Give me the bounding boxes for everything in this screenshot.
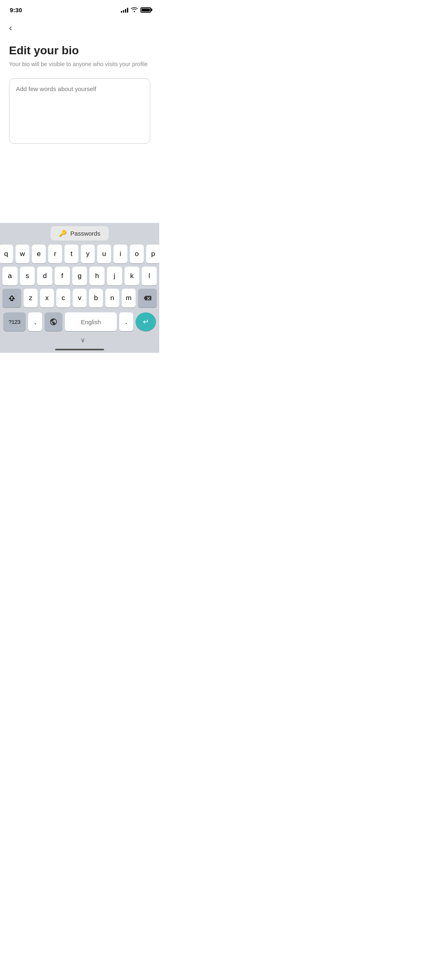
key-i[interactable]: i bbox=[114, 245, 127, 263]
status-time: 9:30 bbox=[10, 7, 22, 13]
bar3 bbox=[125, 9, 126, 13]
enter-key[interactable]: ↵ bbox=[136, 312, 156, 331]
space-key[interactable]: English bbox=[65, 312, 117, 331]
delete-key[interactable] bbox=[138, 289, 157, 307]
bio-input[interactable] bbox=[9, 78, 150, 144]
passwords-bar: 🔑 Passwords bbox=[0, 223, 159, 243]
bar1 bbox=[121, 11, 122, 13]
period-key[interactable]: . bbox=[119, 312, 133, 331]
status-icons bbox=[121, 7, 151, 13]
battery-icon bbox=[140, 7, 151, 13]
key-r[interactable]: r bbox=[48, 245, 62, 263]
key-s[interactable]: s bbox=[20, 267, 35, 285]
key-p[interactable]: p bbox=[146, 245, 159, 263]
key-row-1: q w e r t y u i o p bbox=[2, 245, 157, 263]
globe-key[interactable] bbox=[45, 312, 62, 331]
key-x[interactable]: x bbox=[40, 289, 54, 307]
bio-section bbox=[0, 69, 159, 145]
bar2 bbox=[123, 10, 124, 13]
key-d[interactable]: d bbox=[37, 267, 52, 285]
home-indicator-bar bbox=[0, 345, 159, 353]
key-l[interactable]: l bbox=[142, 267, 157, 285]
bar4 bbox=[127, 8, 128, 13]
wifi-icon bbox=[131, 7, 138, 13]
key-n[interactable]: n bbox=[105, 289, 119, 307]
header-section: Edit your bio Your bio will be visible t… bbox=[0, 37, 159, 69]
home-indicator bbox=[55, 349, 104, 350]
status-bar: 9:30 bbox=[0, 0, 159, 18]
key-t[interactable]: t bbox=[65, 245, 78, 263]
key-w[interactable]: w bbox=[16, 245, 29, 263]
key-row-2: a s d f g h j k l bbox=[2, 267, 157, 285]
page-subtitle: Your bio will be visible to anyone who v… bbox=[9, 60, 150, 69]
key-g[interactable]: g bbox=[72, 267, 87, 285]
signal-bars-icon bbox=[121, 7, 128, 13]
comma-key[interactable]: , bbox=[28, 312, 42, 331]
keyboard: 🔑 Passwords q w e r t y u i o p a s d f … bbox=[0, 223, 159, 353]
keyboard-collapse-button[interactable]: ∨ bbox=[0, 334, 159, 345]
key-y[interactable]: y bbox=[81, 245, 95, 263]
key-c[interactable]: c bbox=[56, 289, 70, 307]
key-f[interactable]: f bbox=[55, 267, 70, 285]
key-o[interactable]: o bbox=[130, 245, 144, 263]
key-a[interactable]: a bbox=[2, 267, 18, 285]
key-b[interactable]: b bbox=[89, 289, 103, 307]
key-m[interactable]: m bbox=[122, 289, 136, 307]
key-z[interactable]: z bbox=[24, 289, 38, 307]
keyboard-bottom-row: ?123 , English . ↵ bbox=[0, 311, 159, 334]
key-icon: 🔑 bbox=[59, 229, 67, 237]
chevron-down-icon: ∨ bbox=[80, 336, 85, 343]
keyboard-rows: q w e r t y u i o p a s d f g h j k l bbox=[0, 243, 159, 307]
key-k[interactable]: k bbox=[125, 267, 140, 285]
key-e[interactable]: e bbox=[32, 245, 46, 263]
key-row-3: z x c v b n m bbox=[2, 289, 157, 307]
passwords-label: Passwords bbox=[70, 230, 100, 237]
key-q[interactable]: q bbox=[0, 245, 13, 263]
shift-key[interactable] bbox=[2, 289, 21, 307]
battery-fill bbox=[142, 9, 150, 11]
passwords-button[interactable]: 🔑 Passwords bbox=[51, 226, 108, 241]
back-button[interactable]: ‹ bbox=[0, 18, 20, 37]
num-special-key[interactable]: ?123 bbox=[3, 312, 26, 331]
key-v[interactable]: v bbox=[73, 289, 87, 307]
page-title: Edit your bio bbox=[9, 44, 150, 57]
key-u[interactable]: u bbox=[97, 245, 111, 263]
key-h[interactable]: h bbox=[89, 267, 105, 285]
key-j[interactable]: j bbox=[107, 267, 122, 285]
